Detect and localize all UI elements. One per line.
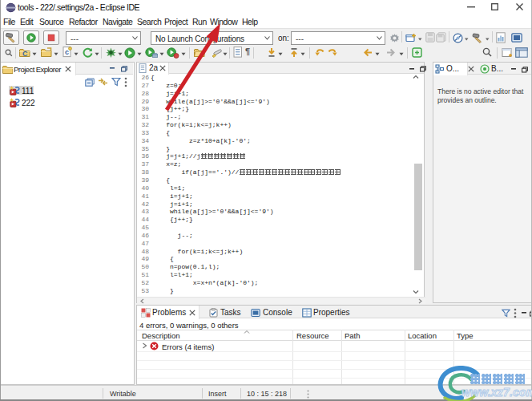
svg-text:C: C <box>22 50 28 58</box>
